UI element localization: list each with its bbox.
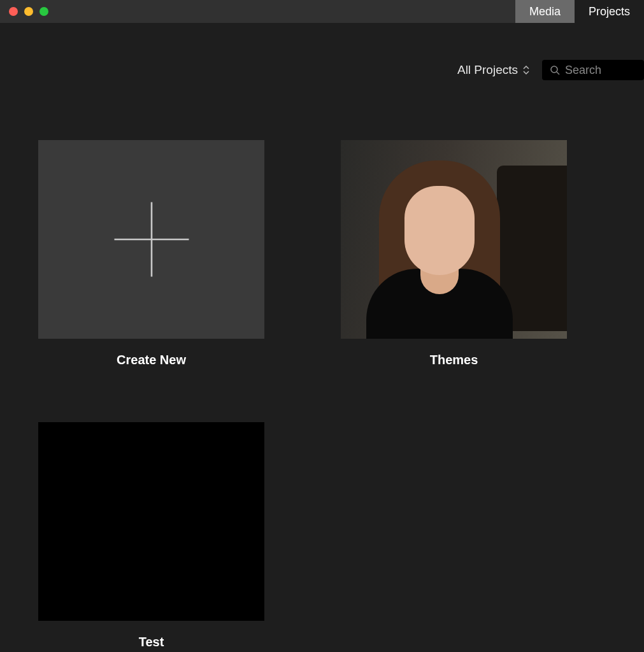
tab-projects[interactable]: Projects	[575, 0, 644, 23]
window-titlebar: Media Projects	[0, 0, 644, 23]
tab-media[interactable]: Media	[515, 0, 575, 23]
project-card-test[interactable]: Test	[38, 422, 264, 649]
project-label: Test	[139, 635, 164, 649]
project-label: Create New	[117, 353, 186, 367]
chevron-updown-icon	[523, 65, 529, 75]
traffic-lights	[0, 7, 48, 16]
project-card-themes[interactable]: Themes	[341, 140, 567, 367]
projects-filter-dropdown[interactable]: All Projects	[457, 63, 533, 77]
plus-icon	[110, 198, 193, 281]
view-tab-switcher: Media Projects	[515, 0, 644, 23]
fullscreen-window-button[interactable]	[39, 7, 48, 16]
minimize-window-button[interactable]	[24, 7, 33, 16]
create-new-thumbnail	[38, 140, 264, 339]
project-label: Themes	[430, 353, 478, 367]
project-thumbnail	[38, 422, 264, 621]
project-thumbnail	[341, 140, 567, 339]
search-icon	[550, 65, 560, 75]
close-window-button[interactable]	[9, 7, 18, 16]
search-box[interactable]	[542, 60, 644, 80]
svg-point-0	[551, 66, 557, 73]
projects-toolbar: All Projects	[0, 51, 644, 89]
search-input[interactable]	[565, 64, 636, 77]
svg-line-1	[557, 72, 559, 74]
create-new-card[interactable]: Create New	[38, 140, 264, 367]
filter-label: All Projects	[457, 63, 518, 77]
projects-grid: Create New Themes Test	[0, 89, 644, 649]
